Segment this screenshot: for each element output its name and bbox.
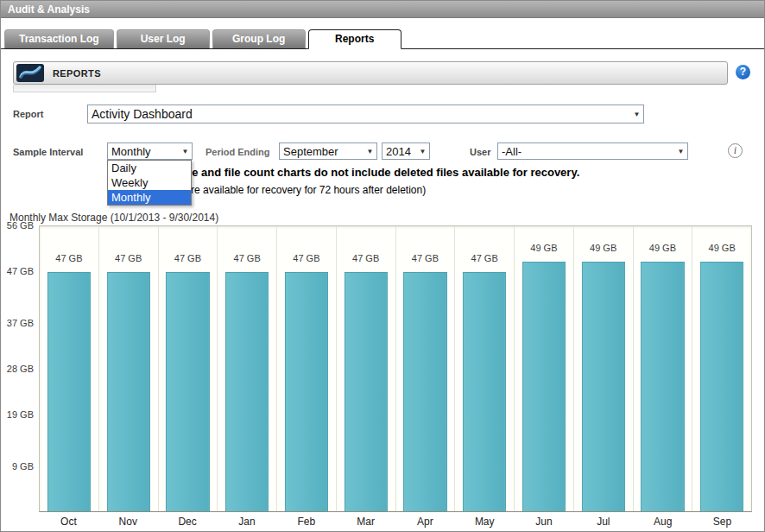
recovery-note-bold: Storage and file count charts do not inc… [156,166,579,179]
y-tick-label: 47 GB [7,266,34,276]
chart-column-oct: 47 GB [40,226,99,511]
bar-oct [47,272,91,511]
help-icon[interactable]: ? [736,65,750,79]
sample-interval-dropdown: Daily Weekly Monthly [107,160,192,206]
bar-jan [225,272,269,511]
sample-interval-label: Sample Interval [13,147,83,157]
chart-column-jan: 47 GB [218,226,277,511]
bar-jun [522,262,566,511]
x-axis-label-mar: Mar [336,516,395,528]
x-axis-label-may: May [455,516,515,528]
y-tick-label: 56 GB [7,220,34,231]
bar-value-label: 47 GB [352,253,379,263]
chevron-down-icon: ▼ [364,148,376,155]
chart-column-mar: 47 GB [337,226,396,511]
bar-nov [107,272,150,511]
y-tick-label: 9 GB [12,461,34,472]
y-tick-label: 28 GB [7,364,34,374]
chart-y-axis: 56 GB47 GB37 GB28 GB19 GB9 GB [1,225,36,512]
chevron-down-icon: ▼ [674,148,687,155]
dropdown-option-daily[interactable]: Daily [108,161,191,175]
chart-column-dec: 47 GB [159,226,218,511]
bar-value-label: 49 GB [590,243,616,253]
bar-apr [403,272,446,511]
chevron-down-icon: ▼ [179,148,192,155]
period-year-value: 2014 [386,145,416,158]
bar-value-label: 47 GB [293,253,319,263]
bar-value-label: 49 GB [709,243,736,253]
bar-dec [166,272,209,511]
bar-value-label: 47 GB [234,253,261,263]
period-year-select[interactable]: 2014 ▼ [382,142,430,160]
header-shadow-strip [13,85,156,92]
x-axis-label-dec: Dec [158,516,218,528]
reports-header-title: REPORTS [53,68,101,79]
bar-jul [582,262,625,511]
bar-may [463,272,506,511]
tab-group-log[interactable]: Group Log [212,29,306,48]
info-icon[interactable]: i [728,143,743,158]
chart-x-labels: OctNovDecJanFebMarAprMayJunJulAugSep [39,516,752,528]
report-select[interactable]: Activity Dashboard ▼ [87,104,644,124]
y-tick-label: 19 GB [7,409,34,420]
tab-transaction-log[interactable]: Transaction Log [4,29,114,48]
y-tick-label: 37 GB [7,318,34,328]
period-ending-label: Period Ending [205,147,270,157]
bar-mar [345,272,388,511]
x-axis-label-jan: Jan [217,516,276,528]
chart-column-apr: 47 GB [396,226,456,511]
x-axis-label-jun: Jun [515,516,574,528]
x-axis-label-oct: Oct [39,516,98,528]
chart-title: Monthly Max Storage (10/1/2013 - 9/30/20… [9,212,218,224]
reports-header-bar: REPORTS [13,61,728,85]
chart-column-aug: 49 GB [634,226,693,511]
chart-column-nov: 47 GB [99,226,159,511]
x-axis-label-feb: Feb [276,516,336,528]
sample-interval-value: Monthly [111,145,179,158]
chart-column-sep: 49 GB [692,226,751,511]
bar-value-label: 47 GB [471,253,498,263]
user-select-value: -All- [502,145,674,158]
dropdown-option-weekly[interactable]: Weekly [108,175,191,190]
tab-reports[interactable]: Reports [308,29,401,49]
chevron-down-icon: ▼ [630,111,643,118]
chevron-down-icon: ▼ [416,148,429,155]
reports-icon [16,64,44,82]
bar-sep [700,262,743,511]
chart-column-jun: 49 GB [515,226,574,511]
chart-column-feb: 47 GB [277,226,337,511]
bar-value-label: 49 GB [649,243,676,253]
x-axis-label-apr: Apr [395,516,455,528]
bar-aug [641,262,684,511]
report-label: Report [13,109,43,119]
chart-plot: 47 GB47 GB47 GB47 GB47 GB47 GB47 GB47 GB… [39,225,752,512]
bar-value-label: 47 GB [174,253,201,263]
bar-value-label: 47 GB [412,253,439,263]
chart-column-may: 47 GB [455,226,515,511]
bar-feb [285,272,328,511]
tab-user-log[interactable]: User Log [117,29,210,48]
x-axis-label-sep: Sep [692,516,752,528]
sample-interval-select[interactable]: Monthly ▼ [107,142,193,160]
chart-column-jul: 49 GB [574,226,634,511]
x-axis-label-jul: Jul [573,516,633,528]
bar-value-label: 49 GB [530,243,557,253]
dropdown-option-monthly[interactable]: Monthly [108,190,191,205]
period-month-value: September [283,145,364,158]
x-axis-label-aug: Aug [633,516,692,528]
tab-strip: Transaction Log User Log Group Log Repor… [1,29,764,49]
report-select-value: Activity Dashboard [92,107,630,121]
bar-value-label: 47 GB [55,253,82,263]
period-month-select[interactable]: September ▼ [279,142,377,160]
user-label: User [470,147,490,157]
bar-value-label: 47 GB [115,253,142,263]
x-axis-label-nov: Nov [98,516,158,528]
audit-analysis-window: Audit & Analysis Transaction Log User Lo… [0,0,765,532]
window-title: Audit & Analysis [1,1,764,18]
user-select[interactable]: -All- ▼ [497,142,688,160]
